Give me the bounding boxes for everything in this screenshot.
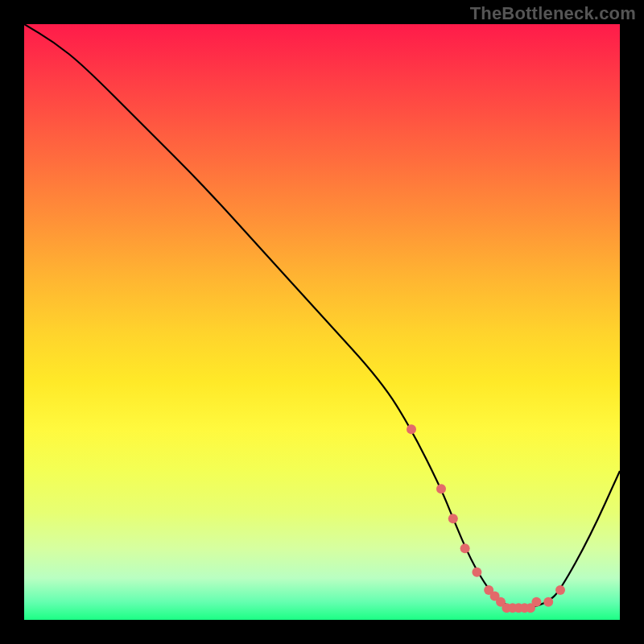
curve-path: [24, 24, 620, 608]
dot: [436, 484, 446, 493]
dot: [543, 597, 553, 607]
dot: [472, 568, 481, 577]
plot-area: [24, 24, 620, 620]
dot: [531, 597, 541, 607]
dot: [460, 543, 470, 553]
chart-frame: TheBottleneck.com: [0, 0, 644, 644]
dot: [448, 514, 458, 523]
dot: [407, 424, 416, 434]
watermark-text: TheBottleneck.com: [470, 3, 636, 24]
chart-svg: [24, 24, 620, 620]
dot: [555, 585, 565, 595]
